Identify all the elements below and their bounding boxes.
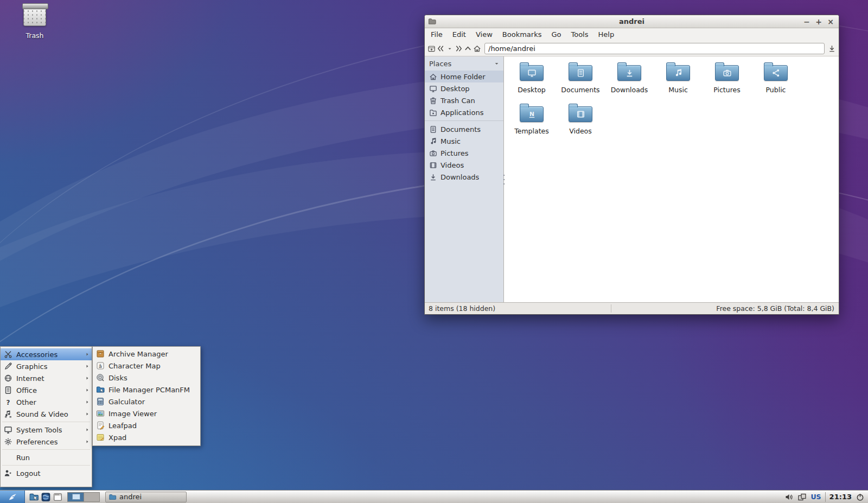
close-button[interactable]: × [826, 17, 835, 27]
folder-icon [666, 65, 690, 81]
menu-bookmarks[interactable]: Bookmarks [497, 28, 547, 41]
places-header-label: Places [429, 60, 451, 68]
back-button[interactable] [437, 44, 445, 53]
pictures-emblem-icon [716, 66, 738, 80]
jump-to-button[interactable] [828, 44, 836, 53]
folder-pictures[interactable]: Pictures [703, 61, 751, 102]
system-tray: US 21:13 [784, 492, 868, 502]
clock[interactable]: 21:13 [829, 493, 852, 501]
preferences-icon [4, 437, 12, 446]
menu-view[interactable]: View [471, 28, 497, 41]
sidebar-item-music[interactable]: Music [425, 135, 503, 147]
desktop-launcher[interactable] [53, 492, 63, 502]
file-manager-launcher[interactable] [29, 492, 39, 502]
keyboard-layout-label[interactable]: US [810, 493, 821, 501]
tray-separator [825, 492, 826, 502]
volume-icon[interactable] [784, 493, 794, 501]
desktop-pager[interactable] [67, 492, 100, 502]
submenu-arrow-icon [85, 364, 90, 368]
start-menu: Accessories Graphics Internet Office ? O… [0, 346, 92, 487]
sidebar-item-downloads[interactable]: Downloads [425, 171, 503, 183]
pane-splitter[interactable] [502, 173, 506, 187]
forward-button[interactable] [455, 44, 463, 53]
up-button[interactable] [464, 44, 472, 53]
menu-edit[interactable]: Edit [448, 28, 471, 41]
window-titlebar[interactable]: andrei − + × [425, 15, 839, 28]
folder-templates[interactable]: N Templates [507, 102, 556, 143]
menu-item-run[interactable]: Run [1, 451, 92, 463]
menu-item-graphics[interactable]: Graphics [1, 360, 92, 372]
file-view: Desktop Documents Downloads Music Pictur… [504, 56, 839, 302]
menu-item-other[interactable]: ? Other [1, 396, 92, 408]
trash-desktop-icon[interactable]: Trash [15, 7, 54, 40]
submenu-item-image-viewer[interactable]: Image Viewer [93, 408, 200, 419]
sidebar-item-trash-can[interactable]: Trash Can [425, 94, 503, 106]
sidebar-item-documents[interactable]: Documents [425, 123, 503, 135]
folder-icon [764, 65, 788, 81]
submenu-item-file-manager[interactable]: File Manager PCManFM [93, 384, 200, 396]
folder-icon [715, 65, 739, 81]
menu-item-sound-video[interactable]: Sound & Video [1, 408, 92, 420]
applications-icon [429, 109, 437, 117]
template-emblem-icon: N [520, 107, 543, 122]
menu-item-logout[interactable]: Logout [1, 467, 92, 479]
submenu-item-xpad[interactable]: Xpad [93, 431, 200, 443]
menu-item-label: Character Map [108, 362, 161, 370]
menu-item-system-tools[interactable]: System Tools [1, 424, 92, 436]
file-label: Templates [514, 127, 549, 135]
folder-public[interactable]: Public [751, 61, 800, 102]
graphics-icon [4, 362, 12, 371]
folder-videos[interactable]: Videos [556, 102, 605, 143]
menu-go[interactable]: Go [546, 28, 566, 41]
minimize-button[interactable]: − [802, 17, 812, 27]
submenu-item-leafpad[interactable]: Leafpad [93, 419, 200, 431]
sidebar-item-pictures[interactable]: Pictures [425, 147, 503, 159]
archive-manager-icon [96, 349, 105, 358]
menu-item-label: Internet [16, 374, 44, 383]
new-tab-button[interactable] [427, 44, 436, 53]
office-icon [4, 386, 12, 394]
menu-item-accessories[interactable]: Accessories [1, 348, 92, 360]
leafpad-icon [96, 421, 105, 430]
menu-item-office[interactable]: Office [1, 384, 92, 396]
folder-icon [569, 65, 592, 81]
folder-documents[interactable]: Documents [556, 61, 605, 102]
taskbar: andrei US 21:13 [0, 490, 868, 503]
start-menu-button[interactable] [0, 491, 25, 503]
path-input[interactable] [484, 43, 825, 54]
menu-item-label: Sound & Video [16, 410, 68, 418]
submenu-item-disks[interactable]: Disks [93, 372, 200, 384]
disks-icon [96, 373, 105, 382]
home-button[interactable] [473, 44, 481, 53]
taskbar-window-button[interactable]: andrei [105, 492, 187, 502]
folder-desktop[interactable]: Desktop [507, 61, 556, 102]
menu-tools[interactable]: Tools [566, 28, 593, 41]
folder-downloads[interactable]: Downloads [605, 61, 654, 102]
menu-separator [2, 465, 90, 466]
history-dropdown-button[interactable] [446, 45, 454, 53]
places-header[interactable]: Places [425, 58, 503, 71]
submenu-item-character-map[interactable]: â Character Map [93, 360, 200, 372]
sidebar-item-desktop[interactable]: Desktop [425, 82, 503, 94]
sidebar-item-applications[interactable]: Applications [425, 106, 503, 118]
keyboard-layout-icon[interactable] [797, 493, 807, 501]
submenu-item-galculator[interactable]: Galculator [93, 396, 200, 408]
quick-launchers [29, 492, 63, 502]
folder-music[interactable]: Music [654, 61, 703, 102]
menu-file[interactable]: File [426, 28, 448, 41]
menu-item-label: Graphics [16, 362, 47, 371]
pager-desktop-1[interactable] [68, 493, 84, 501]
pager-desktop-2[interactable] [84, 493, 99, 501]
documents-emblem-icon [569, 66, 592, 80]
menu-item-internet[interactable]: Internet [1, 372, 92, 384]
web-browser-launcher[interactable] [41, 492, 51, 502]
sidebar-item-label: Applications [441, 109, 483, 117]
menu-help[interactable]: Help [593, 28, 620, 41]
status-free-space: Free space: 5,8 GiB (Total: 8,4 GiB) [611, 304, 839, 313]
sidebar-item-videos[interactable]: Videos [425, 159, 503, 171]
maximize-button[interactable]: + [814, 17, 824, 27]
sidebar-item-home-folder[interactable]: Home Folder [425, 71, 503, 82]
power-icon[interactable] [856, 493, 865, 501]
menu-item-preferences[interactable]: Preferences [1, 436, 92, 448]
submenu-item-archive-manager[interactable]: Archive Manager [93, 348, 200, 360]
